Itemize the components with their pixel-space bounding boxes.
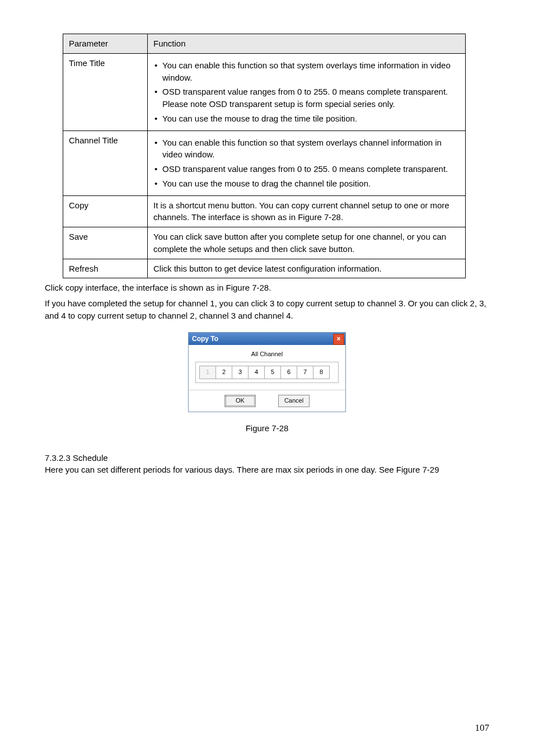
page-number: 107 [475, 722, 490, 734]
param-time-title: Time Title [63, 53, 148, 130]
list-item: You can enable this function so that sys… [153, 137, 460, 161]
dialog-footer: OK Cancel [189, 390, 345, 412]
param-refresh: Refresh [63, 259, 148, 278]
paragraph-copy-interface: Click copy interface, the interface is s… [45, 282, 489, 294]
table-row: Time Title You can enable this function … [63, 53, 466, 130]
dialog-titlebar: Copy To × [189, 333, 345, 345]
channel-1-button: 1 [199, 366, 216, 379]
col-header-parameter: Parameter [63, 34, 148, 54]
section-text: Here you can set different periods for v… [45, 464, 489, 476]
channel-4-button[interactable]: 4 [249, 366, 265, 379]
close-icon[interactable]: × [333, 334, 344, 345]
channel-5-button[interactable]: 5 [265, 366, 281, 379]
channel-8-button[interactable]: 8 [313, 366, 330, 379]
col-header-function: Function [148, 34, 466, 54]
list-item: OSD transparent value ranges from 0 to 2… [153, 86, 460, 110]
channel-3-button[interactable]: 3 [232, 366, 249, 379]
func-refresh: Click this button to get device latest c… [148, 259, 466, 278]
func-save: You can click save button after you comp… [148, 227, 466, 259]
copy-to-dialog: Copy To × All Channel 1 2 3 4 5 6 7 8 OK… [188, 332, 346, 412]
paragraph-copy-example: If you have completed the setup for chan… [45, 297, 489, 322]
list-item: You can use the mouse to drag the time t… [153, 113, 460, 125]
func-channel-title: You can enable this function so that sys… [148, 130, 466, 195]
parameter-function-table: Parameter Function Time Title You can en… [63, 34, 466, 278]
channel-button-group: 1 2 3 4 5 6 7 8 [195, 362, 339, 383]
param-channel-title: Channel Title [63, 130, 148, 195]
dialog-title-text: Copy To [189, 335, 218, 343]
param-copy: Copy [63, 195, 148, 227]
list-item: You can use the mouse to drag the channe… [153, 178, 460, 190]
list-item: OSD transparent value ranges from 0 to 2… [153, 163, 460, 175]
cancel-button[interactable]: Cancel [278, 395, 310, 407]
list-item: You can enable this function so that sys… [153, 59, 460, 84]
section-heading: 7.3.2.3 Schedule [45, 453, 489, 463]
table-row: Refresh Click this button to get device … [63, 259, 466, 278]
all-channel-label: All Channel [195, 351, 339, 357]
table-row: Save You can click save button after you… [63, 227, 466, 259]
channel-2-button[interactable]: 2 [216, 366, 232, 379]
ok-button[interactable]: OK [224, 395, 256, 407]
param-save: Save [63, 227, 148, 259]
channel-7-button[interactable]: 7 [297, 366, 313, 379]
table-row: Copy It is a shortcut menu button. You c… [63, 195, 466, 227]
func-time-title: You can enable this function so that sys… [148, 53, 466, 130]
channel-6-button[interactable]: 6 [281, 366, 297, 379]
func-copy: It is a shortcut menu button. You can co… [148, 195, 466, 227]
figure-caption: Figure 7-28 [45, 423, 489, 433]
table-row: Channel Title You can enable this functi… [63, 130, 466, 195]
